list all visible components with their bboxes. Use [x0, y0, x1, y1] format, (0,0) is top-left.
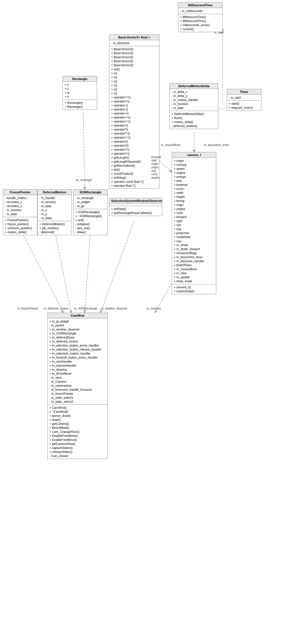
selection-system-window-observer-title: SelectionSystemWindowObserver: [109, 198, 162, 204]
timer-title: Timer: [227, 89, 261, 95]
label-m-rectangle: m_rectangle: [76, 178, 92, 182]
timer-fields: - m_start: [227, 95, 261, 101]
millisecond-time-title: MillisecondTime: [178, 3, 222, 8]
camera-t-methods: + camera_t() + motionDelta(): [172, 284, 216, 294]
timer-box: Timer - m_start + start() + elapsed_msec…: [227, 89, 261, 111]
basic-vector3-fields: - m_elements: [109, 40, 159, 46]
deferred-motion-delta-box: DeferredMotionDelta - m_delta_x - m_delt…: [169, 83, 218, 129]
basic-vector3-title: BasicVector3< float >: [109, 35, 159, 40]
label-angles: angles: [151, 176, 160, 179]
field-m-milliseconds: - m_milliseconds: [180, 9, 221, 13]
deferred-motion-box: DeferredMotion - m_handler - m_function …: [37, 189, 72, 235]
label-forward: forward: [151, 155, 161, 159]
rectangle-fields: + x + y + w + h: [63, 82, 97, 100]
xor-rectangle-box: XORRectangle - m_rectangle - m_widget - …: [73, 189, 108, 235]
svg-line-8: [85, 229, 90, 313]
cam-wnd-title: CamWnd: [48, 313, 107, 318]
label-m-start: m_start: [214, 31, 223, 34]
svg-line-6: [19, 227, 63, 313]
svg-line-1: [159, 161, 172, 172]
cam-wnd-methods: + CamWnd() + ~CamWnd() + queue_draw() + …: [48, 405, 107, 459]
label-vup: vup: [151, 169, 156, 172]
label-m-freeze-pointer: m_freezePointer: [17, 307, 38, 310]
deferred-motion-title: DeferredMotion: [38, 190, 72, 195]
label-m-camera: m_Camera: [146, 307, 161, 310]
xor-rectangle-title: XORRectangle: [74, 190, 107, 195]
label-color: color: [151, 173, 158, 176]
xor-rectangle-fields: - m_rectangle - m_widget - m_gc: [74, 195, 107, 209]
millisecond-time-fields: - m_milliseconds: [178, 8, 222, 14]
deferred-motion-delta-title: DeferredMotionDelta: [170, 83, 218, 89]
label-m-keycontrol-timer: m_keycontrol_timer: [204, 143, 229, 147]
field-m-elements: - m_elements: [111, 41, 157, 45]
label-right: right: [151, 159, 157, 162]
deferred-motion-fields: - m_handler - m_function - m_data - m_x …: [38, 195, 72, 221]
rectangle-title: Rectangle: [63, 76, 97, 82]
selection-system-fields: [109, 204, 162, 206]
deferred-motion-delta-fields: - m_delta_x - m_delta_y - m_motion_handl…: [170, 89, 218, 111]
xor-rectangle-methods: + XORRectangle() + ~XORRectangle() + set…: [74, 209, 107, 235]
freeze-pointer-box: FreezePointer - handle_motion - recorded…: [3, 189, 37, 235]
label-origin: origin: [151, 166, 158, 169]
label-vright: vright: [151, 162, 158, 166]
selection-system-window-observer-box: SelectionSystemWindowObserver + setView(…: [109, 198, 162, 216]
selection-system-methods: + setView() + setRectangleDrawCallback(): [109, 206, 162, 216]
rectangle-methods: + Rectangle() + Rectangle(): [63, 100, 97, 110]
deferred-motion-methods: + DeferredMotion() + gtk_motion() - defe…: [38, 221, 72, 235]
method-millisecondtime-2: + MillisecondTime(): [180, 19, 221, 23]
rectangle-box: Rectangle + x + y + w + h + Rectangle() …: [63, 76, 97, 110]
freeze-pointer-fields: - handle_motion - recorded_x - recorded_…: [3, 195, 37, 217]
freeze-pointer-methods: + FreezePointer() + freeze_pointer() + u…: [3, 217, 37, 235]
camera-t-title: camera_t: [172, 152, 216, 158]
timer-methods: + start() + elapsed_msec(): [227, 101, 261, 110]
millisecond-time-box: MillisecondTime - m_milliseconds + Milli…: [178, 2, 223, 32]
label-m-xor-rectangle: m_XORRectangle: [74, 307, 97, 310]
method-current: + current(): [180, 27, 221, 31]
freeze-pointer-title: FreezePointer: [3, 190, 37, 195]
cam-wnd-box: CamWnd + m_gl_widget - m_parent + m_wind…: [47, 313, 108, 459]
camera-t-fields: + origin + camorg + speed + angles + ome…: [172, 158, 216, 284]
svg-line-7: [54, 227, 71, 313]
svg-line-4: [83, 112, 85, 189]
deferred-motion-delta-methods: + DeferredMotionDelta() + flush() + moti…: [170, 111, 218, 129]
label-m-window-observer: m_window_observer: [101, 307, 128, 310]
method-millisecondtime-1: + MillisecondTime(): [180, 15, 221, 19]
method-milliseconds-since: + milliseconds_since(): [180, 23, 221, 27]
label-m-mouse-move: m_mouseMove: [161, 143, 180, 147]
cam-wnd-fields: + m_gl_widget - m_parent + m_window_obse…: [48, 318, 107, 405]
millisecond-time-methods: + MillisecondTime() + MillisecondTime() …: [178, 14, 222, 32]
label-m-deferred-motion: m_deferred_motion: [44, 307, 69, 310]
camera-t-box: camera_t + origin + camorg + speed + ang…: [172, 152, 216, 294]
